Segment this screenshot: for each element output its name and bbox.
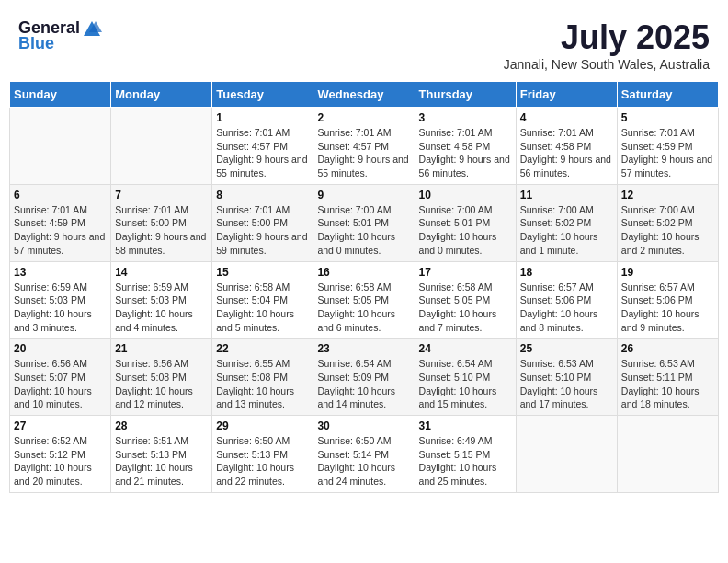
day-content: Sunrise: 7:00 AM Sunset: 5:02 PM Dayligh…	[520, 203, 613, 258]
day-content: Sunrise: 7:01 AM Sunset: 4:59 PM Dayligh…	[14, 203, 107, 258]
calendar-cell	[516, 416, 617, 493]
day-number: 1	[216, 111, 309, 124]
calendar-cell: 5Sunrise: 7:01 AM Sunset: 4:59 PM Daylig…	[617, 108, 718, 185]
calendar-cell: 12Sunrise: 7:00 AM Sunset: 5:02 PM Dayli…	[617, 184, 718, 261]
calendar-cell	[617, 416, 718, 493]
day-number: 4	[520, 111, 613, 124]
day-number: 25	[520, 342, 613, 355]
day-number: 13	[14, 266, 107, 279]
day-number: 28	[115, 419, 208, 432]
calendar-cell: 8Sunrise: 7:01 AM Sunset: 5:00 PM Daylig…	[212, 184, 313, 261]
day-content: Sunrise: 7:00 AM Sunset: 5:01 PM Dayligh…	[419, 203, 512, 258]
weekday-header-sunday: Sunday	[10, 82, 111, 108]
day-content: Sunrise: 6:57 AM Sunset: 5:06 PM Dayligh…	[520, 281, 613, 335]
calendar-cell: 17Sunrise: 6:58 AM Sunset: 5:05 PM Dayli…	[415, 261, 516, 339]
day-number: 16	[317, 266, 410, 279]
day-content: Sunrise: 6:53 AM Sunset: 5:11 PM Dayligh…	[621, 357, 714, 411]
calendar-cell: 26Sunrise: 6:53 AM Sunset: 5:11 PM Dayli…	[617, 339, 718, 416]
day-number: 9	[317, 189, 410, 201]
title-block: July 2025 Jannali, New South Wales, Aust…	[504, 18, 710, 72]
calendar-cell	[111, 108, 212, 185]
calendar-cell: 18Sunrise: 6:57 AM Sunset: 5:06 PM Dayli…	[516, 261, 617, 339]
calendar-cell: 1Sunrise: 7:01 AM Sunset: 4:57 PM Daylig…	[212, 108, 313, 185]
day-number: 26	[621, 342, 714, 355]
day-content: Sunrise: 7:01 AM Sunset: 4:59 PM Dayligh…	[621, 126, 714, 180]
day-content: Sunrise: 7:01 AM Sunset: 4:57 PM Dayligh…	[317, 126, 410, 180]
day-number: 12	[621, 189, 714, 201]
month-year-title: July 2025	[504, 18, 710, 57]
calendar-cell: 25Sunrise: 6:53 AM Sunset: 5:10 PM Dayli…	[516, 339, 617, 416]
calendar-week-row: 27Sunrise: 6:52 AM Sunset: 5:12 PM Dayli…	[10, 416, 719, 493]
day-number: 30	[317, 419, 410, 432]
day-content: Sunrise: 6:59 AM Sunset: 5:03 PM Dayligh…	[115, 281, 208, 335]
weekday-header-monday: Monday	[111, 82, 212, 108]
calendar-cell: 7Sunrise: 7:01 AM Sunset: 5:00 PM Daylig…	[111, 184, 212, 261]
day-content: Sunrise: 7:01 AM Sunset: 4:58 PM Dayligh…	[419, 126, 512, 180]
weekday-header-row: SundayMondayTuesdayWednesdayThursdayFrid…	[10, 82, 719, 108]
day-content: Sunrise: 6:56 AM Sunset: 5:07 PM Dayligh…	[14, 357, 107, 411]
day-number: 19	[621, 266, 714, 279]
day-number: 23	[317, 342, 410, 355]
day-content: Sunrise: 6:58 AM Sunset: 5:04 PM Dayligh…	[216, 281, 309, 335]
calendar-cell: 28Sunrise: 6:51 AM Sunset: 5:13 PM Dayli…	[111, 416, 212, 493]
calendar-cell: 22Sunrise: 6:55 AM Sunset: 5:08 PM Dayli…	[212, 339, 313, 416]
day-number: 17	[419, 266, 512, 279]
day-number: 21	[115, 342, 208, 355]
weekday-header-saturday: Saturday	[617, 82, 718, 108]
day-content: Sunrise: 6:53 AM Sunset: 5:10 PM Dayligh…	[520, 357, 613, 411]
calendar-cell: 27Sunrise: 6:52 AM Sunset: 5:12 PM Dayli…	[10, 416, 111, 493]
day-content: Sunrise: 7:01 AM Sunset: 5:00 PM Dayligh…	[115, 203, 208, 258]
day-number: 24	[419, 342, 512, 355]
day-content: Sunrise: 6:54 AM Sunset: 5:10 PM Dayligh…	[419, 357, 512, 411]
calendar-cell: 21Sunrise: 6:56 AM Sunset: 5:08 PM Dayli…	[111, 339, 212, 416]
weekday-header-friday: Friday	[516, 82, 617, 108]
day-content: Sunrise: 7:00 AM Sunset: 5:02 PM Dayligh…	[621, 203, 714, 258]
day-number: 31	[419, 419, 512, 432]
calendar-cell: 29Sunrise: 6:50 AM Sunset: 5:13 PM Dayli…	[212, 416, 313, 493]
calendar-cell: 24Sunrise: 6:54 AM Sunset: 5:10 PM Dayli…	[415, 339, 516, 416]
calendar-cell: 13Sunrise: 6:59 AM Sunset: 5:03 PM Dayli…	[10, 261, 111, 339]
calendar-cell: 11Sunrise: 7:00 AM Sunset: 5:02 PM Dayli…	[516, 184, 617, 261]
calendar-cell: 2Sunrise: 7:01 AM Sunset: 4:57 PM Daylig…	[313, 108, 415, 185]
day-content: Sunrise: 6:50 AM Sunset: 5:13 PM Dayligh…	[216, 434, 309, 488]
calendar-cell: 20Sunrise: 6:56 AM Sunset: 5:07 PM Dayli…	[10, 339, 111, 416]
logo: General Blue	[18, 18, 102, 53]
day-content: Sunrise: 7:01 AM Sunset: 4:58 PM Dayligh…	[520, 126, 613, 180]
calendar-cell: 3Sunrise: 7:01 AM Sunset: 4:58 PM Daylig…	[415, 108, 516, 185]
day-content: Sunrise: 6:55 AM Sunset: 5:08 PM Dayligh…	[216, 357, 309, 411]
day-number: 2	[317, 111, 410, 124]
calendar-cell	[10, 108, 111, 185]
day-number: 15	[216, 266, 309, 279]
day-number: 10	[419, 189, 512, 201]
day-content: Sunrise: 6:50 AM Sunset: 5:14 PM Dayligh…	[317, 434, 410, 488]
day-content: Sunrise: 6:49 AM Sunset: 5:15 PM Dayligh…	[419, 434, 512, 488]
weekday-header-tuesday: Tuesday	[212, 82, 313, 108]
day-number: 5	[621, 111, 714, 124]
calendar-cell: 10Sunrise: 7:00 AM Sunset: 5:01 PM Dayli…	[415, 184, 516, 261]
calendar-week-row: 6Sunrise: 7:01 AM Sunset: 4:59 PM Daylig…	[10, 184, 719, 261]
day-number: 7	[115, 189, 208, 201]
day-content: Sunrise: 6:58 AM Sunset: 5:05 PM Dayligh…	[419, 281, 512, 335]
calendar-cell: 31Sunrise: 6:49 AM Sunset: 5:15 PM Dayli…	[415, 416, 516, 493]
day-number: 11	[520, 189, 613, 201]
day-number: 14	[115, 266, 208, 279]
day-number: 3	[419, 111, 512, 124]
weekday-header-thursday: Thursday	[415, 82, 516, 108]
day-number: 29	[216, 419, 309, 432]
calendar-cell: 4Sunrise: 7:01 AM Sunset: 4:58 PM Daylig…	[516, 108, 617, 185]
page-header: General Blue July 2025 Jannali, New Sout…	[9, 9, 719, 76]
day-number: 22	[216, 342, 309, 355]
day-content: Sunrise: 6:58 AM Sunset: 5:05 PM Dayligh…	[317, 281, 410, 335]
day-content: Sunrise: 6:57 AM Sunset: 5:06 PM Dayligh…	[621, 281, 714, 335]
day-number: 27	[14, 419, 107, 432]
calendar-table: SundayMondayTuesdayWednesdayThursdayFrid…	[9, 81, 719, 493]
calendar-week-row: 20Sunrise: 6:56 AM Sunset: 5:07 PM Dayli…	[10, 339, 719, 416]
day-content: Sunrise: 6:56 AM Sunset: 5:08 PM Dayligh…	[115, 357, 208, 411]
location-text: Jannali, New South Wales, Australia	[504, 57, 710, 72]
day-content: Sunrise: 6:51 AM Sunset: 5:13 PM Dayligh…	[115, 434, 208, 488]
day-content: Sunrise: 7:01 AM Sunset: 4:57 PM Dayligh…	[216, 126, 309, 180]
calendar-week-row: 1Sunrise: 7:01 AM Sunset: 4:57 PM Daylig…	[10, 108, 719, 185]
day-number: 6	[14, 189, 107, 201]
calendar-cell: 30Sunrise: 6:50 AM Sunset: 5:14 PM Dayli…	[313, 416, 415, 493]
calendar-cell: 23Sunrise: 6:54 AM Sunset: 5:09 PM Dayli…	[313, 339, 415, 416]
